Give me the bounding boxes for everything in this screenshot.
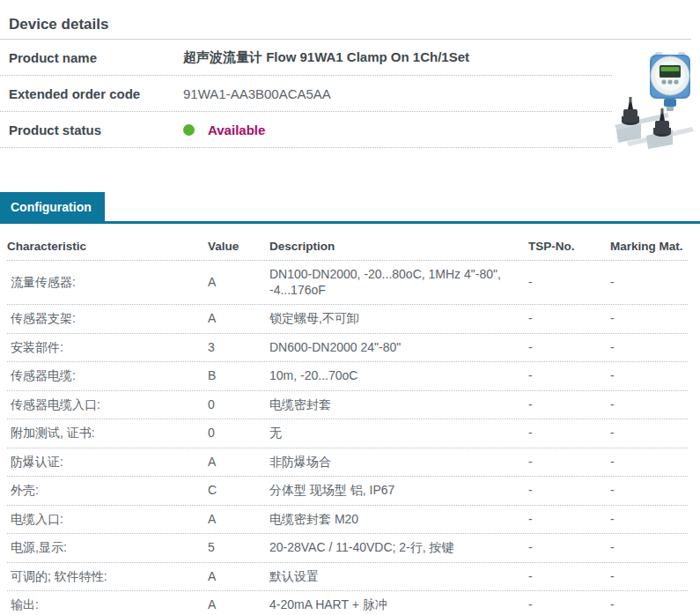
order-code-value: 91WA1-AA3B00ACA5AA (183, 86, 331, 101)
device-rows: Product name 超声波流量计 Flow 91WA1 Clamp On … (0, 40, 612, 148)
table-row: 安装部件: 3 DN600-DN2000 24"-80" - - (7, 334, 688, 363)
page-title: Device details (9, 12, 691, 39)
row-marking-mat: - (610, 506, 688, 534)
product-image (615, 51, 696, 153)
row-description: 电缆密封套 (269, 391, 528, 419)
row-value: A (208, 563, 269, 591)
header-description: Description (269, 235, 528, 259)
row-tsp-no: - (528, 419, 610, 448)
table-row: 流量传感器: A DN100-DN2000, -20...80oC, 1MHz … (7, 261, 688, 305)
row-marking-mat: - (610, 591, 688, 615)
row-tsp-no: - (528, 506, 610, 534)
row-tsp-no: - (528, 391, 610, 419)
product-status-label: Product status (0, 122, 183, 137)
row-value: 0 (208, 391, 269, 419)
row-description: DN600-DN2000 24"-80" (269, 334, 528, 362)
row-value: B (208, 362, 269, 390)
row-description: 非防爆场合 (269, 448, 528, 477)
table-row: 传感器支架: A 锁定螺母,不可卸 - - (7, 305, 688, 334)
row-characteristic: 附加测试, 证书: (7, 419, 208, 448)
table-row: 电缆入口: A 电缆密封套 M20 - - (7, 506, 688, 535)
product-name-value: 超声波流量计 Flow 91WA1 Clamp On 1Ch/1Set (183, 49, 469, 66)
status-available-icon (183, 124, 195, 136)
table-row: 防爆认证: A 非防爆场合 - - (7, 448, 688, 478)
table-row: 可调的; 软件特性: A 默认设置 - - (7, 563, 688, 592)
table-row: 电源,显示: 5 20-28VAC / 11-40VDC; 2-行, 按键 - … (7, 534, 688, 563)
row-value: A (208, 591, 269, 615)
row-marking-mat: - (610, 391, 688, 419)
row-characteristic: 传感器电缆: (7, 362, 208, 390)
row-marking-mat: - (610, 534, 688, 562)
configuration-table: Characteristic Value Description TSP-No.… (7, 234, 688, 615)
table-row: 附加测试, 证书: 0 无 - - (7, 419, 688, 448)
row-value: A (208, 305, 269, 333)
row-description: 无 (269, 419, 528, 448)
table-row: 外壳: C 分体型 现场型 铝, IP67 - - (7, 477, 688, 506)
row-value: 3 (208, 334, 269, 362)
row-marking-mat: - (610, 477, 688, 505)
row-characteristic: 电缆入口: (7, 506, 208, 534)
sensors-graphic (615, 97, 694, 149)
table-row: 输出: A 4-20mA HART + 脉冲 - - (7, 591, 688, 615)
row-tsp-no: - (528, 534, 610, 562)
header-value: Value (208, 235, 269, 259)
row-value: C (208, 477, 269, 505)
row-characteristic: 安装部件: (7, 334, 208, 362)
config-table-body: 流量传感器: A DN100-DN2000, -20...80oC, 1MHz … (7, 261, 688, 615)
row-description: 4-20mA HART + 脉冲 (269, 591, 528, 615)
row-description: 20-28VAC / 11-40VDC; 2-行, 按键 (269, 534, 528, 562)
row-marking-mat: - (610, 305, 688, 333)
row-value: 5 (208, 534, 269, 562)
row-tsp-no: - (528, 448, 610, 477)
row-characteristic: 外壳: (7, 477, 208, 505)
product-status-row: Product status Available (0, 112, 612, 148)
row-tsp-no: - (528, 334, 610, 362)
tab-configuration[interactable]: Configuration (0, 192, 105, 221)
row-description: 默认设置 (269, 563, 528, 591)
row-tsp-no: - (528, 563, 610, 591)
device-details-section: Device details Product name 超声波流量计 Flow … (0, 0, 700, 148)
row-value: A (208, 448, 269, 477)
row-description: 分体型 现场型 铝, IP67 (269, 477, 528, 505)
product-name-label: Product name (0, 50, 183, 65)
table-row: 传感器电缆: B 10m, -20...70oC - - (7, 362, 688, 391)
header-marking-mat: Marking Mat. (610, 235, 688, 259)
product-name-row: Product name 超声波流量计 Flow 91WA1 Clamp On … (0, 40, 612, 76)
row-description: 10m, -20...70oC (269, 362, 528, 390)
row-characteristic: 电源,显示: (7, 534, 208, 562)
row-marking-mat: - (610, 419, 688, 448)
row-value: A (208, 506, 269, 534)
row-marking-mat: - (610, 563, 688, 591)
tab-bar: Configuration (0, 192, 700, 224)
header-tsp-no: TSP-No. (528, 235, 610, 259)
row-characteristic: 输出: (7, 591, 208, 615)
row-value: A (208, 269, 269, 297)
row-description: 锁定螺母,不可卸 (269, 305, 528, 333)
product-status-value: Available (183, 122, 265, 137)
row-description: DN100-DN2000, -20...80oC, 1MHz 4"-80", -… (269, 261, 528, 304)
row-characteristic: 传感器电缆入口: (7, 391, 208, 419)
order-code-row: Extended order code 91WA1-AA3B00ACA5AA (0, 76, 612, 112)
row-tsp-no: - (528, 269, 610, 297)
row-tsp-no: - (528, 477, 610, 505)
order-code-label: Extended order code (0, 86, 183, 101)
row-description: 电缆密封套 M20 (269, 506, 528, 534)
table-header-row: Characteristic Value Description TSP-No.… (7, 234, 688, 261)
row-characteristic: 可调的; 软件特性: (7, 563, 208, 591)
table-row: 传感器电缆入口: 0 电缆密封套 - - (7, 391, 688, 420)
transmitter-graphic (650, 52, 690, 111)
row-characteristic: 流量传感器: (7, 269, 208, 297)
row-marking-mat: - (610, 362, 688, 390)
row-marking-mat: - (610, 448, 688, 477)
row-characteristic: 传感器支架: (7, 305, 208, 333)
row-marking-mat: - (610, 334, 688, 362)
row-characteristic: 防爆认证: (7, 448, 208, 477)
status-badge: Available (208, 122, 265, 137)
header-characteristic: Characteristic (7, 235, 208, 259)
row-tsp-no: - (528, 362, 610, 390)
row-value: 0 (208, 419, 269, 448)
row-tsp-no: - (528, 591, 610, 615)
row-tsp-no: - (528, 305, 610, 333)
row-marking-mat: - (610, 269, 688, 297)
